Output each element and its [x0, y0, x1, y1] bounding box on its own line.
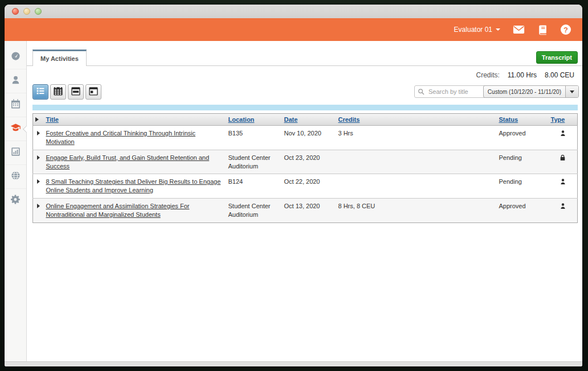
- credits-label: Credits:: [476, 71, 499, 79]
- timeline-strip: [32, 105, 578, 110]
- activity-title-link[interactable]: Engage Early, Build Trust, and Gain Stud…: [46, 154, 210, 170]
- table-row: Engage Early, Build Trust, and Gain Stud…: [33, 150, 578, 174]
- help-icon[interactable]: ?: [561, 24, 571, 35]
- row-expand-button[interactable]: [33, 126, 44, 150]
- people-icon: [10, 75, 21, 88]
- main-content: My Activities Transcript Credits: 11.00 …: [27, 41, 582, 361]
- title-cell: 8 Small Teaching Strategies that Deliver…: [44, 174, 226, 199]
- date-range-dropdown[interactable]: Custom (10/12/20 - 11/11/20): [483, 85, 579, 98]
- row-expand-button[interactable]: [33, 150, 44, 174]
- expand-all-button[interactable]: [33, 114, 44, 126]
- month-view-button[interactable]: [50, 84, 66, 100]
- type-person-icon: [549, 199, 578, 223]
- tab-my-activities[interactable]: My Activities: [32, 50, 87, 66]
- toolbar: Custom (10/12/20 - 11/11/20): [32, 84, 579, 100]
- status-cell: Pending: [497, 150, 549, 174]
- sidebar-item-dashboard[interactable]: [5, 46, 26, 69]
- dropdown-arrow-button[interactable]: [565, 86, 578, 97]
- sidebar-item-reports[interactable]: [5, 141, 26, 165]
- settings-icon: [10, 194, 21, 207]
- column-header-location[interactable]: Location: [226, 114, 282, 126]
- activities-table: TitleLocationDateCreditsStatusType Foste…: [32, 113, 578, 223]
- list-view-icon: [35, 86, 46, 98]
- column-header-date[interactable]: Date: [282, 114, 336, 126]
- location-cell: Student Center Auditorium: [226, 150, 282, 174]
- sidebar-nav: [5, 41, 27, 361]
- credits-cell: [336, 174, 497, 199]
- date-cell: Oct 23, 2020: [282, 150, 336, 174]
- sidebar-item-community[interactable]: [5, 165, 26, 189]
- type-person-icon: [549, 126, 578, 150]
- app-header: Evaluator 01 ?: [5, 18, 582, 41]
- tab-label: My Activities: [40, 55, 79, 62]
- user-menu-label: Evaluator 01: [454, 26, 492, 34]
- column-header-credits[interactable]: Credits: [336, 114, 497, 126]
- location-cell: B124: [226, 174, 282, 199]
- table-row: 8 Small Teaching Strategies that Deliver…: [33, 174, 578, 199]
- chevron-down-icon: [570, 90, 574, 93]
- type-lock-icon: [549, 150, 578, 174]
- user-menu[interactable]: Evaluator 01: [454, 26, 500, 34]
- month-view-icon: [53, 86, 63, 98]
- day-view-icon: [88, 86, 99, 98]
- date-cell: Oct 13, 2020: [282, 199, 336, 223]
- sidebar-item-people[interactable]: [5, 69, 26, 93]
- window-titlebar: [5, 5, 582, 18]
- community-icon: [10, 170, 21, 183]
- activity-title-link[interactable]: Foster Creative and Critical Thinking Th…: [46, 130, 196, 145]
- row-expand-button[interactable]: [33, 199, 44, 223]
- credits-ceu: 8.00 CEU: [545, 71, 574, 79]
- tab-bar: My Activities: [27, 41, 582, 66]
- title-cell: Engage Early, Build Trust, and Gain Stud…: [44, 150, 226, 174]
- table-row: Foster Creative and Critical Thinking Th…: [33, 126, 578, 150]
- activity-table-body: Foster Creative and Critical Thinking Th…: [33, 126, 578, 223]
- list-view-button[interactable]: [32, 84, 48, 100]
- date-cell: Nov 10, 2020: [282, 126, 336, 150]
- close-button[interactable]: [12, 8, 19, 15]
- sidebar-item-activities[interactable]: [5, 117, 26, 141]
- activity-title-link[interactable]: 8 Small Teaching Strategies that Deliver…: [46, 178, 221, 193]
- status-cell: Approved: [497, 126, 549, 150]
- credits-summary: Credits: 11.00 Hrs 8.00 CEU: [476, 71, 574, 79]
- location-cell: B135: [226, 126, 282, 150]
- credits-hours: 11.00 Hrs: [508, 71, 537, 79]
- column-header-title[interactable]: Title: [44, 114, 226, 126]
- table-row: Online Engagement and Assimilation Strat…: [33, 199, 578, 223]
- search-icon: [418, 88, 425, 96]
- window-bottom-edge: [5, 361, 582, 366]
- credits-cell: 8 Hrs, 8 CEU: [336, 199, 497, 223]
- mail-icon[interactable]: [513, 25, 525, 34]
- minimize-button[interactable]: [23, 8, 30, 15]
- column-header-type[interactable]: Type: [549, 114, 578, 126]
- credits-cell: 3 Hrs: [336, 126, 497, 150]
- sidebar-item-settings[interactable]: [5, 189, 26, 212]
- zoom-button[interactable]: [35, 8, 42, 15]
- view-toggle-group: [32, 84, 101, 100]
- location-cell: Student Center Auditorium: [226, 199, 282, 223]
- resources-icon[interactable]: [537, 24, 548, 35]
- week-view-button[interactable]: [68, 84, 84, 100]
- status-cell: Approved: [497, 199, 549, 223]
- credits-cell: [336, 150, 497, 174]
- activity-title-link[interactable]: Online Engagement and Assimilation Strat…: [46, 203, 190, 218]
- chevron-down-icon: [496, 28, 500, 31]
- title-cell: Online Engagement and Assimilation Strat…: [44, 199, 226, 223]
- transcript-button[interactable]: Transcript: [536, 51, 578, 64]
- date-range-value: Custom (10/12/20 - 11/11/20): [484, 86, 565, 97]
- dashboard-icon: [10, 51, 21, 64]
- date-cell: Oct 22, 2020: [282, 174, 336, 199]
- row-expand-button[interactable]: [33, 174, 44, 199]
- calendar-icon: [10, 98, 21, 112]
- sidebar-item-calendar[interactable]: [5, 93, 26, 117]
- reports-icon: [10, 146, 21, 159]
- table-header-row: TitleLocationDateCreditsStatusType: [33, 114, 578, 126]
- title-cell: Foster Creative and Critical Thinking Th…: [44, 126, 226, 150]
- activities-icon: [10, 122, 21, 135]
- type-person-icon: [549, 174, 578, 199]
- column-header-status[interactable]: Status: [497, 114, 549, 126]
- status-cell: Pending: [497, 174, 549, 199]
- app-window: Evaluator 01 ? My Activities Transcript …: [5, 5, 582, 366]
- week-view-icon: [71, 86, 81, 98]
- day-view-button[interactable]: [85, 84, 101, 100]
